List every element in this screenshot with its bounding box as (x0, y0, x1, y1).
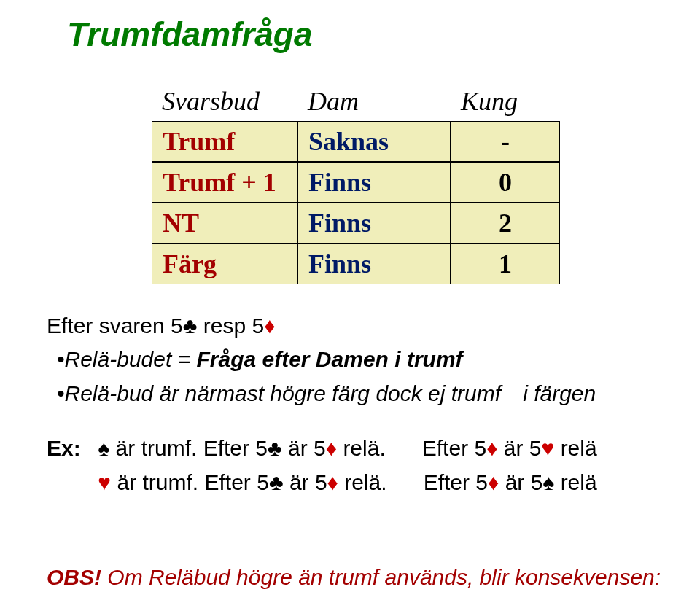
cell-dam: Finns (298, 162, 451, 203)
ex1-e: är 5 (497, 436, 541, 460)
cell-kung: - (451, 121, 560, 162)
ex2-f: relä (554, 470, 596, 494)
bullet-2: •Relä-bud är närmast högre färg dock ej … (57, 377, 671, 410)
example-line-1: Ex: ♠ är trumf. Efter 5♣ är 5♦ relä. Eft… (47, 432, 671, 466)
bullet-1-label: •Relä-budet = (57, 347, 196, 371)
cell-kung: 1 (451, 243, 560, 284)
ex1-c: relä. (337, 436, 386, 460)
efter-svaren-line: Efter svaren 5♣ resp 5♦ (47, 313, 671, 338)
club-icon: ♣ (269, 470, 284, 494)
cell-svarsbud: Färg (152, 243, 298, 284)
efter-mid: resp 5 (197, 313, 264, 338)
diamond-icon: ♦ (264, 313, 275, 338)
ex2-a: är trumf. Efter 5 (111, 470, 269, 494)
obs-block: OBS! Om Reläbud högre än trumf används, … (47, 565, 671, 590)
ex1-d: Efter 5 (422, 436, 486, 460)
table-row: Trumf + 1 Finns 0 (152, 162, 560, 203)
cell-svarsbud: NT (152, 203, 298, 243)
ex1-a: är trumf. Efter 5 (109, 436, 268, 460)
club-icon: ♣ (183, 313, 198, 338)
header-svarsbud: Svarsbud (152, 82, 298, 121)
cell-svarsbud: Trumf (152, 121, 298, 162)
page: Trumfdamfråga Svarsbud Dam Kung Trumf Sa… (0, 0, 700, 600)
diamond-icon: ♦ (327, 470, 338, 494)
bullet-list: •Relä-budet = Fråga efter Damen i trumf … (57, 343, 671, 410)
obs-rest: Om Reläbud högre än trumf används, blir … (107, 565, 661, 589)
header-kung: Kung (451, 82, 560, 121)
cell-dam: Finns (298, 203, 451, 243)
heart-icon: ♥ (541, 436, 554, 460)
club-icon: ♣ (268, 436, 282, 460)
example-line-2: ♥ är trumf. Efter 5♣ är 5♦ relä. Efter 5… (47, 466, 671, 500)
cell-dam: Saknas (298, 121, 451, 162)
table-row: NT Finns 2 (152, 203, 560, 243)
diamond-icon: ♦ (326, 436, 337, 460)
table-row: Färg Finns 1 (152, 243, 560, 284)
table-row: Trumf Saknas - (152, 121, 560, 162)
diamond-icon: ♦ (486, 436, 497, 460)
heart-icon: ♥ (98, 470, 111, 494)
ex2-d: Efter 5 (424, 470, 488, 494)
bidding-table: Svarsbud Dam Kung Trumf Saknas - Trumf +… (152, 82, 560, 284)
ex1-b: är 5 (282, 436, 326, 460)
page-title: Trumfdamfråga (67, 15, 671, 54)
bullet-2-text: •Relä-bud är närmast högre färg dock ej … (57, 381, 501, 405)
spade-icon: ♠ (542, 470, 554, 494)
bullet-1: •Relä-budet = Fråga efter Damen i trumf (57, 343, 671, 375)
cell-kung: 0 (451, 162, 560, 203)
ex2-b: är 5 (284, 470, 327, 494)
table-header-row: Svarsbud Dam Kung (152, 82, 560, 121)
spade-icon: ♠ (98, 436, 109, 460)
diamond-icon: ♦ (488, 470, 499, 494)
ex2-c: relä. (338, 470, 387, 494)
ex2-e: är 5 (499, 470, 542, 494)
ex-label: Ex: (47, 432, 92, 466)
cell-dam: Finns (298, 243, 451, 284)
cell-svarsbud: Trumf + 1 (152, 162, 298, 203)
efter-prefix: Efter svaren 5 (47, 313, 183, 338)
cell-kung: 2 (451, 203, 560, 243)
obs-bold: OBS! (47, 565, 107, 589)
example-block: Ex: ♠ är trumf. Efter 5♣ är 5♦ relä. Eft… (47, 432, 671, 499)
bullet-1-bold: Fråga efter Damen i trumf (196, 347, 462, 371)
header-dam: Dam (298, 82, 451, 121)
bullet-2-note: i färgen (523, 381, 596, 405)
ex1-f: relä (554, 436, 596, 460)
